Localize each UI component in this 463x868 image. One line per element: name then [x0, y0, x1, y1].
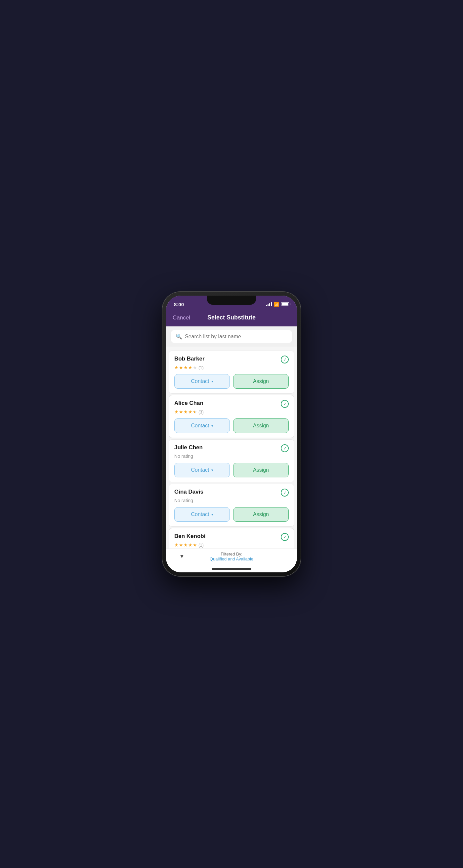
filtered-by-label: Filtered By: [210, 552, 253, 557]
chevron-down-icon: ▾ [211, 513, 213, 517]
footer-filter-area: ▼ Filtered By: Qualified and Available [173, 552, 290, 561]
stars: ★ ★ ★ ★ ★ [174, 542, 197, 548]
list-item: Alice Chan ✓ ★ ★ ★ ★ ★ ★ (3) [169, 395, 294, 438]
chevron-down-icon: ▾ [211, 424, 213, 428]
home-indicator [212, 568, 251, 570]
phone-frame: 8:00 📶 Cancel Select Substitute [162, 292, 301, 576]
status-icons: 📶 [266, 302, 289, 307]
notch [207, 296, 256, 305]
qualified-check-icon: ✓ [281, 400, 289, 408]
person-name: Ben Kenobi [174, 533, 205, 539]
person-rating: ★ ★ ★ ★ ★ ★ (3) [174, 409, 289, 414]
person-rating: ★ ★ ★ ★ ★ (1) [174, 542, 289, 548]
no-rating-label: No rating [174, 454, 289, 459]
nav-bar: Cancel Select Substitute [166, 310, 297, 327]
person-name: Julie Chen [174, 444, 203, 451]
contact-button[interactable]: Contact ▾ [174, 463, 230, 477]
chevron-down-icon: ▾ [211, 468, 213, 472]
filter-value[interactable]: Qualified and Available [210, 557, 253, 561]
page-title: Select Substitute [207, 314, 256, 321]
qualified-check-icon: ✓ [281, 355, 289, 364]
search-icon: 🔍 [176, 333, 182, 340]
person-name: Alice Chan [174, 400, 203, 406]
footer-bar: ▼ Filtered By: Qualified and Available [166, 549, 297, 567]
signal-icon [266, 302, 272, 306]
person-name: Gina Davis [174, 489, 203, 495]
assign-button[interactable]: Assign [233, 374, 289, 389]
contact-button[interactable]: Contact ▾ [174, 418, 230, 433]
person-list: Bob Barker ✓ ★ ★ ★ ★ ★ (1) Contact [166, 347, 297, 549]
wifi-icon: 📶 [274, 302, 279, 307]
card-actions: Contact ▾ Assign [174, 374, 289, 389]
contact-button[interactable]: Contact ▾ [174, 507, 230, 522]
no-rating-label: No rating [174, 498, 289, 503]
person-header: Gina Davis ✓ [174, 489, 289, 497]
review-count: (1) [198, 542, 204, 548]
list-item: Ben Kenobi ✓ ★ ★ ★ ★ ★ (1) [169, 528, 294, 549]
qualified-check-icon: ✓ [281, 444, 289, 452]
filter-icon[interactable]: ▼ [179, 554, 185, 559]
list-item: Julie Chen ✓ No rating Contact ▾ Assign [169, 439, 294, 482]
list-item: Gina Davis ✓ No rating Contact ▾ Assign [169, 484, 294, 527]
qualified-check-icon: ✓ [281, 533, 289, 541]
review-count: (1) [198, 365, 204, 370]
assign-button[interactable]: Assign [233, 507, 289, 522]
search-input-wrapper: 🔍 [171, 330, 292, 343]
footer-content: Filtered By: Qualified and Available [210, 552, 253, 561]
assign-button[interactable]: Assign [233, 418, 289, 433]
stars: ★ ★ ★ ★ ★ [174, 365, 197, 370]
contact-button[interactable]: Contact ▾ [174, 374, 230, 389]
review-count: (3) [198, 409, 204, 414]
qualified-check-icon: ✓ [281, 489, 289, 497]
person-rating: ★ ★ ★ ★ ★ (1) [174, 365, 289, 370]
chevron-down-icon: ▾ [211, 379, 213, 384]
person-header: Julie Chen ✓ [174, 444, 289, 452]
person-name: Bob Barker [174, 355, 205, 362]
person-header: Ben Kenobi ✓ [174, 533, 289, 541]
card-actions: Contact ▾ Assign [174, 463, 289, 477]
phone-screen: 8:00 📶 Cancel Select Substitute [166, 296, 297, 572]
search-container: 🔍 [166, 327, 297, 347]
battery-icon [281, 302, 289, 306]
stars: ★ ★ ★ ★ ★ ★ [174, 409, 197, 414]
card-actions: Contact ▾ Assign [174, 418, 289, 433]
person-header: Alice Chan ✓ [174, 400, 289, 408]
list-item: Bob Barker ✓ ★ ★ ★ ★ ★ (1) Contact [169, 350, 294, 394]
card-actions: Contact ▾ Assign [174, 507, 289, 522]
cancel-button[interactable]: Cancel [173, 314, 190, 321]
status-time: 8:00 [174, 302, 184, 307]
person-header: Bob Barker ✓ [174, 355, 289, 364]
search-input[interactable] [185, 334, 287, 340]
assign-button[interactable]: Assign [233, 463, 289, 477]
